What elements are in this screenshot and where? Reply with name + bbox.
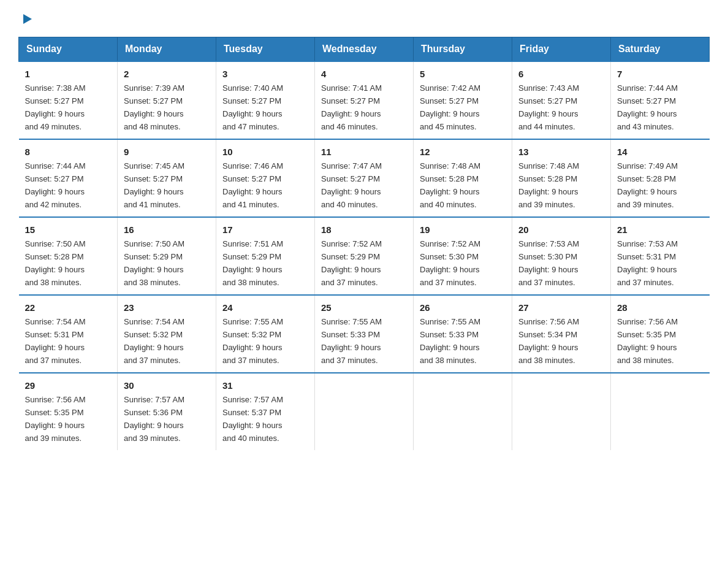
day-info: Sunrise: 7:46 AM Sunset: 5:27 PM Dayligh… xyxy=(222,161,283,209)
day-info: Sunrise: 7:56 AM Sunset: 5:35 PM Dayligh… xyxy=(25,395,86,443)
weekday-friday: Friday xyxy=(512,37,611,62)
week-row-3: 15 Sunrise: 7:50 AM Sunset: 5:28 PM Dayl… xyxy=(19,217,710,295)
weekday-wednesday: Wednesday xyxy=(315,37,414,62)
weekday-sunday: Sunday xyxy=(19,37,118,62)
day-info: Sunrise: 7:45 AM Sunset: 5:27 PM Dayligh… xyxy=(124,161,184,209)
day-number: 2 xyxy=(124,67,210,81)
day-info: Sunrise: 7:39 AM Sunset: 5:27 PM Dayligh… xyxy=(124,83,184,131)
day-info: Sunrise: 7:47 AM Sunset: 5:27 PM Dayligh… xyxy=(321,161,382,209)
logo xyxy=(18,12,34,25)
calendar-cell: 5 Sunrise: 7:42 AM Sunset: 5:27 PM Dayli… xyxy=(414,61,512,139)
day-info: Sunrise: 7:42 AM Sunset: 5:27 PM Dayligh… xyxy=(420,83,480,131)
calendar-cell: 30 Sunrise: 7:57 AM Sunset: 5:36 PM Dayl… xyxy=(118,373,216,450)
calendar-cell: 26 Sunrise: 7:55 AM Sunset: 5:33 PM Dayl… xyxy=(414,295,512,373)
day-number: 12 xyxy=(420,145,506,159)
calendar-cell: 23 Sunrise: 7:54 AM Sunset: 5:32 PM Dayl… xyxy=(118,295,216,373)
day-info: Sunrise: 7:43 AM Sunset: 5:27 PM Dayligh… xyxy=(518,83,579,131)
calendar-cell: 15 Sunrise: 7:50 AM Sunset: 5:28 PM Dayl… xyxy=(19,217,118,295)
day-number: 3 xyxy=(222,67,308,81)
day-number: 22 xyxy=(25,301,112,315)
day-info: Sunrise: 7:52 AM Sunset: 5:29 PM Dayligh… xyxy=(321,239,382,287)
calendar-cell: 18 Sunrise: 7:52 AM Sunset: 5:29 PM Dayl… xyxy=(315,217,414,295)
calendar-cell xyxy=(512,373,611,450)
calendar-cell: 8 Sunrise: 7:44 AM Sunset: 5:27 PM Dayli… xyxy=(19,139,118,217)
page-header xyxy=(18,12,710,25)
day-number: 29 xyxy=(25,378,112,393)
svg-marker-0 xyxy=(23,14,32,24)
day-info: Sunrise: 7:41 AM Sunset: 5:27 PM Dayligh… xyxy=(321,83,382,131)
calendar-cell: 27 Sunrise: 7:56 AM Sunset: 5:34 PM Dayl… xyxy=(512,295,611,373)
calendar-cell: 29 Sunrise: 7:56 AM Sunset: 5:35 PM Dayl… xyxy=(19,373,118,450)
day-number: 16 xyxy=(124,223,210,237)
day-number: 30 xyxy=(124,378,210,393)
day-info: Sunrise: 7:51 AM Sunset: 5:29 PM Dayligh… xyxy=(222,239,283,287)
calendar-cell: 2 Sunrise: 7:39 AM Sunset: 5:27 PM Dayli… xyxy=(118,61,216,139)
day-info: Sunrise: 7:56 AM Sunset: 5:35 PM Dayligh… xyxy=(617,317,678,365)
day-info: Sunrise: 7:56 AM Sunset: 5:34 PM Dayligh… xyxy=(518,317,579,365)
day-number: 7 xyxy=(617,67,703,81)
day-number: 11 xyxy=(321,145,407,159)
day-number: 15 xyxy=(25,223,112,237)
day-number: 13 xyxy=(518,145,604,159)
calendar-cell: 10 Sunrise: 7:46 AM Sunset: 5:27 PM Dayl… xyxy=(216,139,315,217)
calendar-cell: 12 Sunrise: 7:48 AM Sunset: 5:28 PM Dayl… xyxy=(414,139,512,217)
day-number: 26 xyxy=(420,301,506,315)
day-info: Sunrise: 7:44 AM Sunset: 5:27 PM Dayligh… xyxy=(25,161,86,209)
calendar-cell: 13 Sunrise: 7:48 AM Sunset: 5:28 PM Dayl… xyxy=(512,139,611,217)
day-info: Sunrise: 7:50 AM Sunset: 5:28 PM Dayligh… xyxy=(25,239,86,287)
day-info: Sunrise: 7:55 AM Sunset: 5:33 PM Dayligh… xyxy=(420,317,480,365)
day-info: Sunrise: 7:40 AM Sunset: 5:27 PM Dayligh… xyxy=(222,83,283,131)
day-info: Sunrise: 7:57 AM Sunset: 5:36 PM Dayligh… xyxy=(124,395,184,443)
calendar-cell: 1 Sunrise: 7:38 AM Sunset: 5:27 PM Dayli… xyxy=(19,61,118,139)
calendar-cell: 19 Sunrise: 7:52 AM Sunset: 5:30 PM Dayl… xyxy=(414,217,512,295)
calendar-cell: 20 Sunrise: 7:53 AM Sunset: 5:30 PM Dayl… xyxy=(512,217,611,295)
week-row-2: 8 Sunrise: 7:44 AM Sunset: 5:27 PM Dayli… xyxy=(19,139,710,217)
calendar-cell: 22 Sunrise: 7:54 AM Sunset: 5:31 PM Dayl… xyxy=(19,295,118,373)
day-number: 23 xyxy=(124,301,210,315)
calendar-cell: 9 Sunrise: 7:45 AM Sunset: 5:27 PM Dayli… xyxy=(118,139,216,217)
day-number: 21 xyxy=(617,223,703,237)
weekday-thursday: Thursday xyxy=(414,37,512,62)
day-number: 5 xyxy=(420,67,506,81)
weekday-saturday: Saturday xyxy=(611,37,710,62)
day-number: 18 xyxy=(321,223,407,237)
week-row-1: 1 Sunrise: 7:38 AM Sunset: 5:27 PM Dayli… xyxy=(19,61,710,139)
day-info: Sunrise: 7:55 AM Sunset: 5:33 PM Dayligh… xyxy=(321,317,382,365)
day-number: 1 xyxy=(25,67,112,81)
day-number: 24 xyxy=(222,301,308,315)
calendar-cell: 7 Sunrise: 7:44 AM Sunset: 5:27 PM Dayli… xyxy=(611,61,710,139)
day-info: Sunrise: 7:57 AM Sunset: 5:37 PM Dayligh… xyxy=(222,395,283,443)
day-number: 28 xyxy=(617,301,703,315)
day-info: Sunrise: 7:50 AM Sunset: 5:29 PM Dayligh… xyxy=(124,239,184,287)
day-number: 31 xyxy=(222,378,308,393)
calendar-cell: 4 Sunrise: 7:41 AM Sunset: 5:27 PM Dayli… xyxy=(315,61,414,139)
day-info: Sunrise: 7:44 AM Sunset: 5:27 PM Dayligh… xyxy=(617,83,678,131)
calendar-cell: 31 Sunrise: 7:57 AM Sunset: 5:37 PM Dayl… xyxy=(216,373,315,450)
logo-chevron-icon xyxy=(21,12,34,28)
calendar-cell: 3 Sunrise: 7:40 AM Sunset: 5:27 PM Dayli… xyxy=(216,61,315,139)
calendar-cell xyxy=(414,373,512,450)
day-info: Sunrise: 7:48 AM Sunset: 5:28 PM Dayligh… xyxy=(420,161,480,209)
day-number: 25 xyxy=(321,301,407,315)
week-row-4: 22 Sunrise: 7:54 AM Sunset: 5:31 PM Dayl… xyxy=(19,295,710,373)
day-number: 17 xyxy=(222,223,308,237)
day-info: Sunrise: 7:55 AM Sunset: 5:32 PM Dayligh… xyxy=(222,317,283,365)
calendar-cell: 14 Sunrise: 7:49 AM Sunset: 5:28 PM Dayl… xyxy=(611,139,710,217)
day-number: 10 xyxy=(222,145,308,159)
calendar-cell xyxy=(611,373,710,450)
calendar-cell: 6 Sunrise: 7:43 AM Sunset: 5:27 PM Dayli… xyxy=(512,61,611,139)
day-info: Sunrise: 7:49 AM Sunset: 5:28 PM Dayligh… xyxy=(617,161,678,209)
weekday-header-row: SundayMondayTuesdayWednesdayThursdayFrid… xyxy=(19,37,710,62)
day-number: 14 xyxy=(617,145,703,159)
day-info: Sunrise: 7:38 AM Sunset: 5:27 PM Dayligh… xyxy=(25,83,86,131)
calendar-cell: 17 Sunrise: 7:51 AM Sunset: 5:29 PM Dayl… xyxy=(216,217,315,295)
day-info: Sunrise: 7:54 AM Sunset: 5:31 PM Dayligh… xyxy=(25,317,86,365)
weekday-monday: Monday xyxy=(118,37,216,62)
day-info: Sunrise: 7:48 AM Sunset: 5:28 PM Dayligh… xyxy=(518,161,579,209)
week-row-5: 29 Sunrise: 7:56 AM Sunset: 5:35 PM Dayl… xyxy=(19,373,710,450)
day-number: 20 xyxy=(518,223,604,237)
day-number: 19 xyxy=(420,223,506,237)
calendar-cell: 28 Sunrise: 7:56 AM Sunset: 5:35 PM Dayl… xyxy=(611,295,710,373)
day-info: Sunrise: 7:53 AM Sunset: 5:31 PM Dayligh… xyxy=(617,239,678,287)
calendar-cell: 21 Sunrise: 7:53 AM Sunset: 5:31 PM Dayl… xyxy=(611,217,710,295)
